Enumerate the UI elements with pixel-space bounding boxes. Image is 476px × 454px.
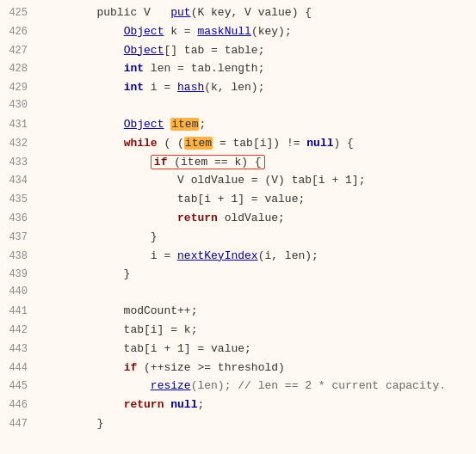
- keyword: return: [177, 212, 218, 224]
- code-text: k =: [164, 25, 197, 38]
- code-line: 433 if (item == k) {: [0, 153, 476, 172]
- line-number: 426: [0, 24, 43, 41]
- line-content: public V put(K key, V value) {: [43, 3, 476, 21]
- code-line: 427 Object[] tab = table;: [0, 41, 476, 60]
- code-line: 434 V oldValue = (V) tab[i + 1];: [0, 171, 476, 190]
- highlight-token: item: [170, 118, 199, 131]
- line-content: V oldValue = (V) tab[i + 1];: [43, 171, 476, 189]
- highlight-token: item: [184, 137, 213, 150]
- code-text: [43, 398, 124, 411]
- code-text: ( (: [158, 137, 184, 150]
- code-line: 430: [0, 97, 476, 115]
- line-content: tab[i + 1] = value;: [43, 190, 476, 208]
- line-number: 445: [0, 378, 43, 396]
- code-text: [43, 361, 124, 374]
- code-line: 437 }: [0, 228, 476, 247]
- keyword: return: [124, 398, 164, 411]
- code-text: }: [43, 267, 130, 280]
- method-link: resize: [151, 379, 191, 392]
- code-text: len = tab.length;: [144, 62, 264, 75]
- line-number: 425: [0, 5, 43, 22]
- method-link: put: [170, 6, 190, 19]
- code-text: [43, 137, 124, 150]
- line-content: resize(len); // len == 2 * current capac…: [43, 377, 476, 395]
- line-content: if (++size >= threshold): [43, 359, 476, 377]
- code-text: modCount++;: [43, 304, 197, 317]
- code-text: }: [43, 417, 103, 430]
- code-line: 428 int len = tab.length;: [0, 59, 476, 78]
- line-content: modCount++;: [43, 302, 476, 320]
- code-line: 443 tab[i + 1] = value;: [0, 340, 476, 359]
- line-content: }: [43, 414, 476, 433]
- code-text: tab[i + 1] = value;: [43, 342, 251, 355]
- code-text: (K key, V value) {: [191, 6, 312, 19]
- code-line: 444 if (++size >= threshold): [0, 359, 476, 377]
- line-number: 432: [0, 136, 43, 153]
- line-content: }: [43, 228, 476, 246]
- code-line: 442 tab[i] = k;: [0, 321, 476, 340]
- code-editor: 425 public V put(K key, V value) {426 Ob…: [0, 0, 476, 437]
- code-line: 440: [0, 284, 476, 302]
- line-number: 444: [0, 360, 43, 377]
- line-number: 427: [0, 43, 43, 60]
- line-content: i = nextKeyIndex(i, len);: [43, 247, 476, 265]
- code-line: 435 tab[i + 1] = value;: [0, 190, 476, 209]
- line-number: 430: [0, 97, 43, 114]
- code-text: tab[i + 1] = value;: [43, 193, 305, 206]
- line-number: 440: [0, 284, 43, 301]
- keyword-blue: null: [306, 137, 333, 150]
- line-number: 431: [0, 117, 43, 134]
- keyword: if: [124, 361, 138, 374]
- code-line: 441 modCount++;: [0, 302, 476, 321]
- code-text: }: [43, 230, 158, 243]
- line-number: 439: [0, 267, 43, 284]
- line-number: 442: [0, 322, 43, 340]
- code-comment: (len); // len == 2 * current capacity.: [191, 379, 446, 392]
- line-content: Object k = maskNull(key);: [43, 22, 476, 40]
- code-text: ) {: [334, 137, 354, 150]
- keyword-blue: int: [124, 81, 144, 94]
- line-content: int len = tab.length;: [43, 59, 476, 77]
- line-content: while ( (item = tab[i]) != null) {: [43, 134, 476, 152]
- line-number: 447: [0, 416, 43, 433]
- code-line: 426 Object k = maskNull(key);: [0, 22, 476, 41]
- code-text: [43, 379, 151, 392]
- line-number: 446: [0, 397, 43, 414]
- code-text: i =: [144, 81, 177, 94]
- line-content: return null;: [43, 396, 476, 414]
- line-content: }: [43, 265, 476, 283]
- method-link: maskNull: [197, 25, 250, 38]
- line-content: int i = hash(k, len);: [43, 78, 476, 96]
- code-text: (k, len);: [204, 81, 264, 94]
- code-line: 446 return null;: [0, 396, 476, 414]
- code-text: [43, 81, 124, 94]
- line-content: Object[] tab = table;: [43, 41, 476, 59]
- line-content: tab[i + 1] = value;: [43, 340, 476, 358]
- code-line: 438 i = nextKeyIndex(i, len);: [0, 247, 476, 266]
- code-text: [43, 62, 124, 75]
- code-text: (i, len);: [258, 249, 318, 262]
- line-number: 437: [0, 230, 43, 247]
- code-line: 436 return oldValue;: [0, 209, 476, 228]
- code-text: [43, 25, 124, 38]
- line-number: 433: [0, 155, 43, 172]
- code-text: [43, 212, 177, 224]
- code-line: 447 }: [0, 414, 476, 433]
- keyword-if: if: [154, 156, 168, 169]
- code-text: [] tab = table;: [164, 44, 264, 57]
- code-line: 445 resize(len); // len == 2 * current c…: [0, 377, 476, 396]
- code-text: i =: [43, 249, 177, 262]
- code-text: public V: [43, 6, 170, 19]
- code-line: 431 Object item;: [0, 115, 476, 134]
- code-line: 432 while ( (item = tab[i]) != null) {: [0, 134, 476, 153]
- code-line: 439 }: [0, 265, 476, 284]
- line-number: 434: [0, 173, 43, 190]
- method-link: nextKeyIndex: [177, 249, 258, 262]
- line-number: 438: [0, 248, 43, 266]
- code-line: 429 int i = hash(k, len);: [0, 78, 476, 97]
- line-content: tab[i] = k;: [43, 321, 476, 339]
- line-number: 443: [0, 341, 43, 359]
- line-content: Object item;: [43, 115, 476, 133]
- code-text: [43, 118, 124, 131]
- method-link: Object: [124, 25, 164, 38]
